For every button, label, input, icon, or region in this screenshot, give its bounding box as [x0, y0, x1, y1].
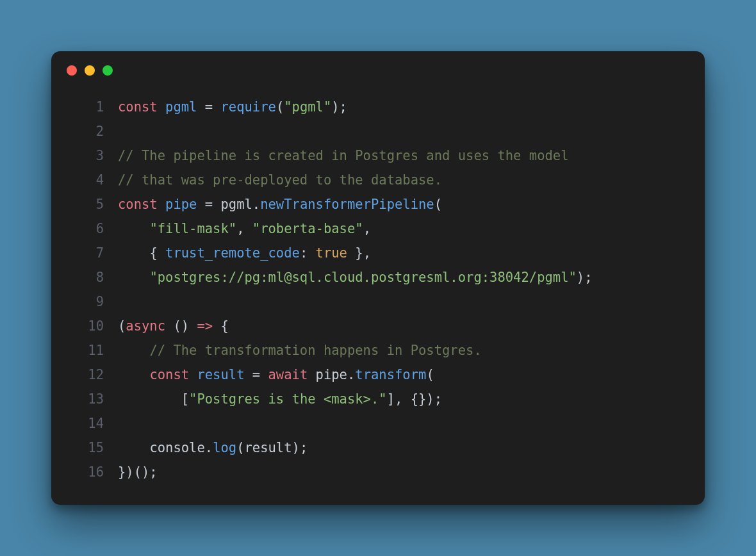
token: "postgres://pg:ml@sql.cloud.postgresml.o… [149, 270, 576, 285]
line-number: 6 [69, 217, 118, 241]
token [308, 367, 315, 382]
code-content[interactable]: // that was pre-deployed to the database… [118, 168, 687, 192]
token: , [236, 221, 252, 236]
code-line[interactable]: 11 // The transformation happens in Post… [69, 338, 687, 363]
token: })(); [118, 464, 158, 480]
token: const [149, 367, 189, 382]
code-line[interactable]: 12 const result = await pipe.transform( [69, 363, 687, 387]
line-number: 12 [69, 363, 118, 387]
token: = [205, 99, 213, 115]
token: true [316, 245, 347, 261]
token [118, 245, 149, 261]
titlebar [51, 51, 705, 81]
code-line[interactable]: 3// The pipeline is created in Postgres … [69, 143, 687, 168]
token: trust_remote_code [165, 245, 300, 261]
token: transform [355, 367, 426, 382]
token: = [205, 197, 213, 212]
close-icon[interactable] [67, 65, 77, 76]
line-number: 10 [69, 314, 118, 338]
token: ], {}); [387, 391, 442, 407]
token [189, 367, 197, 382]
code-line[interactable]: 14 [69, 411, 687, 436]
token [260, 367, 268, 382]
code-content[interactable] [118, 411, 687, 436]
code-content[interactable]: (async () => { [118, 314, 687, 338]
token: ( [426, 367, 434, 382]
token: const [118, 99, 158, 115]
code-line[interactable]: 1const pgml = require("pgml"); [69, 95, 687, 119]
token: ( [434, 197, 442, 212]
token: "roberta-base" [252, 221, 363, 236]
token [118, 270, 149, 285]
token: "fill-mask" [149, 221, 236, 236]
token: pipe [165, 197, 197, 212]
token [158, 197, 165, 212]
code-line[interactable]: 8 "postgres://pg:ml@sql.cloud.postgresml… [69, 265, 687, 290]
code-content[interactable]: })(); [118, 460, 687, 484]
code-content[interactable]: console.log(result); [118, 436, 687, 460]
code-content[interactable]: // The pipeline is created in Postgres a… [118, 143, 687, 168]
code-content[interactable]: const pgml = require("pgml"); [118, 95, 687, 119]
code-line[interactable]: 7 { trust_remote_code: true }, [69, 241, 687, 265]
token: : [300, 245, 316, 261]
line-number: 13 [69, 387, 118, 411]
line-number: 5 [69, 192, 118, 217]
line-number: 1 [69, 95, 118, 119]
token: , [363, 221, 371, 236]
line-number: 14 [69, 411, 118, 436]
token: await [268, 367, 308, 382]
code-line[interactable]: 15 console.log(result); [69, 436, 687, 460]
code-content[interactable] [118, 119, 687, 143]
code-line[interactable]: 4// that was pre-deployed to the databas… [69, 168, 687, 192]
token: . [205, 440, 213, 455]
code-editor[interactable]: 1const pgml = require("pgml");2 3// The … [51, 81, 705, 502]
token: pgml [220, 197, 252, 212]
token: = [252, 367, 260, 382]
token [158, 99, 165, 115]
token [118, 440, 149, 455]
code-content[interactable]: { trust_remote_code: true }, [118, 241, 687, 265]
line-number: 3 [69, 143, 118, 168]
line-number: 16 [69, 460, 118, 484]
code-content[interactable]: // The transformation happens in Postgre… [118, 338, 687, 363]
token: }, [347, 245, 371, 261]
token: "Postgres is the <mask>." [189, 391, 387, 407]
token: [ [181, 391, 189, 407]
token: ); [331, 99, 347, 115]
code-line[interactable]: 6 "fill-mask", "roberta-base", [69, 217, 687, 241]
code-line[interactable]: 5const pipe = pgml.newTransformerPipelin… [69, 192, 687, 217]
token [245, 367, 252, 382]
minimize-icon[interactable] [85, 65, 95, 76]
token: ( [236, 440, 244, 455]
code-line[interactable]: 13 ["Postgres is the <mask>."], {}); [69, 387, 687, 411]
code-content[interactable] [118, 290, 687, 314]
token: { [213, 318, 229, 334]
code-line[interactable]: 2 [69, 119, 687, 143]
token: const [118, 197, 158, 212]
code-content[interactable]: ["Postgres is the <mask>."], {}); [118, 387, 687, 411]
token [197, 197, 204, 212]
token: { [149, 245, 165, 261]
token: . [252, 197, 260, 212]
code-content[interactable]: const result = await pipe.transform( [118, 363, 687, 387]
token: async [126, 318, 165, 334]
token: ); [292, 440, 308, 455]
code-content[interactable]: "fill-mask", "roberta-base", [118, 217, 687, 241]
token: // The pipeline is created in Postgres a… [118, 148, 569, 163]
token [213, 197, 220, 212]
code-line[interactable]: 9 [69, 290, 687, 314]
zoom-icon[interactable] [103, 65, 113, 76]
code-line[interactable]: 10(async () => { [69, 314, 687, 338]
line-number: 2 [69, 119, 118, 143]
line-number: 7 [69, 241, 118, 265]
code-content[interactable]: const pipe = pgml.newTransformerPipeline… [118, 192, 687, 217]
token: ); [577, 270, 593, 285]
token: . [347, 367, 355, 382]
token [118, 343, 149, 358]
token: // that was pre-deployed to the database… [118, 172, 442, 188]
token: "pgml" [284, 99, 331, 115]
token: // The transformation happens in Postgre… [149, 343, 481, 358]
token: log [213, 440, 236, 455]
code-line[interactable]: 16})(); [69, 460, 687, 484]
code-content[interactable]: "postgres://pg:ml@sql.cloud.postgresml.o… [118, 265, 687, 290]
